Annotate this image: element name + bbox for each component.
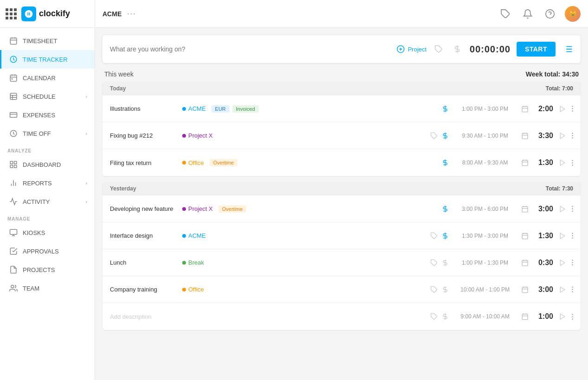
sidebar-item-calendar[interactable]: CALENDAR: [0, 69, 95, 87]
project-name[interactable]: ACME: [188, 105, 206, 112]
project-button[interactable]: Project: [396, 45, 426, 53]
analyze-section-label: ANALYZE: [0, 143, 95, 155]
avatar[interactable]: 😸: [565, 6, 581, 22]
sidebar-item-label: ACTIVITY: [23, 198, 50, 205]
more-menu-icon[interactable]: [572, 106, 573, 112]
logo: clockify: [21, 6, 70, 21]
more-menu-icon[interactable]: [572, 260, 573, 266]
list-view-icon[interactable]: [563, 44, 573, 54]
play-icon[interactable]: [559, 105, 566, 113]
more-menu-icon[interactable]: [572, 314, 573, 320]
project-name[interactable]: ACME: [188, 232, 206, 239]
tag-icon[interactable]: [430, 259, 438, 266]
dollar-icon[interactable]: [451, 43, 464, 56]
sidebar-item-approvals[interactable]: APPROVALS: [0, 242, 95, 260]
calendar-icon[interactable]: [521, 105, 529, 113]
calendar-icon[interactable]: [521, 232, 529, 240]
sidebar-item-label: KIOSKS: [23, 229, 45, 236]
project-name[interactable]: Office: [188, 159, 204, 166]
svg-rect-42: [522, 106, 528, 112]
play-icon[interactable]: [559, 259, 566, 266]
tag-icon[interactable]: [432, 43, 445, 56]
calendar-icon[interactable]: [521, 159, 529, 166]
play-icon[interactable]: [559, 205, 566, 213]
sidebar-item-time-off[interactable]: TIME OFF ›: [0, 124, 95, 143]
calendar-icon[interactable]: [521, 286, 529, 293]
more-menu-icon[interactable]: [572, 133, 573, 139]
topbar-actions: 😸: [498, 6, 581, 22]
grid-menu-icon[interactable]: [6, 8, 17, 19]
entry-project: Office: [182, 159, 204, 166]
svg-rect-0: [10, 38, 17, 44]
help-icon[interactable]: [543, 6, 557, 21]
description-input[interactable]: [110, 45, 391, 53]
today-header: Today Total: 7:00: [102, 82, 581, 95]
entry-badges: EUR Invoiced: [211, 105, 259, 113]
play-icon[interactable]: [559, 232, 566, 240]
dollar-icon[interactable]: [441, 313, 449, 320]
svg-rect-60: [522, 206, 528, 212]
start-button[interactable]: START: [517, 42, 556, 57]
entry-time-range: 1:00 PM - 1:30 PM: [453, 260, 518, 266]
svg-point-9: [12, 79, 13, 80]
sidebar-item-activity[interactable]: ACTIVITY ›: [0, 192, 95, 211]
more-menu-icon[interactable]: [572, 206, 573, 212]
tag-icon[interactable]: [430, 313, 438, 320]
more-menu-icon[interactable]: [572, 160, 573, 166]
play-icon[interactable]: [559, 132, 566, 139]
sidebar-item-schedule[interactable]: SCHEDULE ›: [0, 87, 95, 106]
tag-icon[interactable]: [430, 232, 438, 240]
entry-description: Company training: [110, 286, 175, 293]
sidebar-item-team[interactable]: TEAM: [0, 279, 95, 298]
sidebar-item-reports[interactable]: REPORTS ›: [0, 174, 95, 192]
table-row: Developing new feature Project X Overtim…: [102, 196, 581, 222]
project-name[interactable]: Break: [188, 259, 204, 266]
week-label: This week: [104, 70, 134, 78]
project-dot: [182, 261, 186, 265]
tag-icon[interactable]: [430, 132, 438, 139]
calendar-icon[interactable]: [521, 313, 529, 320]
sidebar-item-label: PROJECTS: [23, 266, 55, 273]
dollar-icon[interactable]: [441, 159, 449, 166]
dollar-icon[interactable]: [441, 105, 449, 113]
svg-marker-64: [560, 206, 564, 212]
workspace-menu-dots[interactable]: ···: [127, 10, 136, 18]
dollar-icon[interactable]: [441, 232, 449, 240]
sidebar-item-kiosks[interactable]: KIOSKS: [0, 223, 95, 242]
sidebar-item-label: TIME TRACKER: [23, 56, 68, 63]
svg-rect-19: [10, 165, 13, 168]
sidebar-item-expenses[interactable]: EXPENSES: [0, 106, 95, 124]
project-name[interactable]: Office: [188, 286, 204, 293]
project-name[interactable]: Project X: [188, 205, 213, 212]
workspace-name: ACME: [102, 10, 121, 18]
dollar-icon[interactable]: [441, 132, 449, 139]
svg-rect-24: [10, 229, 17, 234]
sidebar-item-dashboard[interactable]: DASHBOARD: [0, 155, 95, 174]
calendar-icon[interactable]: [521, 132, 529, 139]
bell-icon[interactable]: [520, 6, 535, 21]
more-menu-icon[interactable]: [572, 286, 573, 292]
svg-rect-5: [10, 75, 17, 82]
calendar-icon[interactable]: [521, 205, 529, 213]
project-label: Project: [408, 46, 426, 53]
calendar-icon[interactable]: [521, 259, 529, 266]
svg-rect-17: [10, 161, 13, 164]
tag-icon[interactable]: [430, 286, 438, 293]
more-menu-icon[interactable]: [572, 233, 573, 239]
sidebar-item-label: EXPENSES: [23, 112, 55, 119]
sidebar-item-label: DASHBOARD: [23, 161, 61, 168]
sidebar-item-timesheet[interactable]: TIMESHEET: [0, 32, 95, 50]
dollar-icon[interactable]: [441, 286, 449, 293]
play-icon[interactable]: [559, 313, 566, 320]
dollar-icon[interactable]: [441, 259, 449, 266]
sidebar-item-projects[interactable]: PROJECTS: [0, 260, 95, 279]
project-name[interactable]: Project X: [188, 132, 213, 139]
play-icon[interactable]: [559, 286, 566, 293]
sidebar-item-time-tracker[interactable]: TIME TRACKER: [0, 50, 95, 69]
entry-duration: 1:30: [532, 158, 553, 167]
play-icon[interactable]: [559, 159, 566, 166]
timer-display: 00:00:00: [469, 44, 511, 55]
puzzle-icon[interactable]: [498, 6, 513, 21]
entry-time-range: 8:00 AM - 9:30 AM: [453, 159, 518, 166]
dollar-icon[interactable]: [441, 205, 449, 213]
